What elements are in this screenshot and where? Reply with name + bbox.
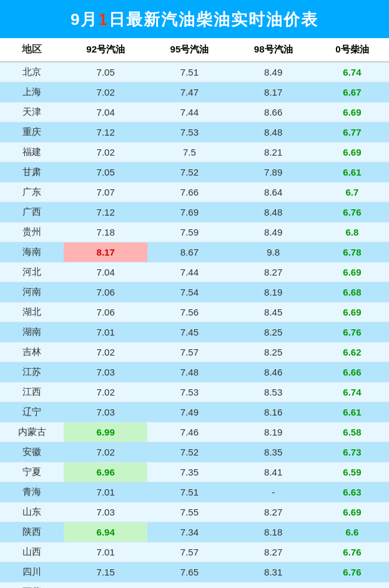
- cell-g98: 8.41: [232, 462, 315, 482]
- cell-g92: 7.02: [64, 142, 147, 162]
- cell-g92: 7.12: [64, 202, 147, 222]
- cell-g98: -: [232, 582, 315, 589]
- cell-g95: 7.53: [147, 382, 231, 402]
- cell-g98: 8.31: [232, 562, 315, 582]
- cell-region: 四川: [0, 562, 64, 582]
- cell-region: 安徽: [0, 442, 64, 462]
- table-row: 河南7.067.548.196.68: [0, 282, 389, 302]
- cell-region: 河北: [0, 262, 64, 282]
- cell-region: 天津: [0, 102, 64, 122]
- table-row: 四川7.157.658.316.76: [0, 562, 389, 582]
- cell-region: 湖南: [0, 322, 64, 342]
- header-col-2: 95号汽油: [147, 38, 231, 62]
- table-row: 甘肃7.057.527.896.61: [0, 162, 389, 182]
- cell-region: 山西: [0, 542, 64, 562]
- cell-g98: 8.49: [232, 62, 315, 82]
- cell-g95: 7.51: [147, 482, 231, 502]
- cell-region: 江苏: [0, 362, 64, 382]
- cell-g95: 8.67: [147, 242, 231, 262]
- cell-d0: 6.77: [315, 122, 389, 142]
- table-row: 湖南7.017.458.256.76: [0, 322, 389, 342]
- main-container: 9月1日最新汽油柴油实时油价表 地区92号汽油95号汽油98号汽油0号柴油 北京…: [0, 0, 389, 588]
- cell-d0: 6.76: [315, 322, 389, 342]
- table-row: 江苏7.037.488.466.66: [0, 362, 389, 382]
- cell-g95: 7.66: [147, 182, 231, 202]
- cell-region: 陕西: [0, 522, 64, 542]
- cell-region: 甘肃: [0, 162, 64, 182]
- cell-g92: 7.07: [64, 182, 147, 202]
- cell-g95: 7.35: [147, 462, 231, 482]
- table-row: 上海7.027.478.176.67: [0, 82, 389, 102]
- table-row: 吉林7.027.578.256.62: [0, 342, 389, 362]
- cell-d0: 6.61: [315, 402, 389, 422]
- cell-g98: 8.48: [232, 202, 315, 222]
- cell-g98: 7.89: [232, 162, 315, 182]
- cell-d0: 6.59: [315, 462, 389, 482]
- cell-region: 重庆: [0, 122, 64, 142]
- cell-g98: 8.27: [232, 502, 315, 522]
- table-row: 广东7.077.668.646.7: [0, 182, 389, 202]
- cell-g98: 8.18: [232, 522, 315, 542]
- cell-g92: 6.94: [64, 522, 147, 542]
- cell-g95: 7.45: [147, 322, 231, 342]
- cell-g92: 7.02: [64, 82, 147, 102]
- cell-g92: 7.05: [64, 162, 147, 182]
- cell-g92: 7.12: [64, 122, 147, 142]
- table-header-row: 地区92号汽油95号汽油98号汽油0号柴油: [0, 38, 389, 62]
- cell-g95: 7.55: [147, 502, 231, 522]
- cell-g95: 7.54: [147, 282, 231, 302]
- cell-region: 吉林: [0, 342, 64, 362]
- cell-d0: 6.6: [315, 522, 389, 542]
- cell-d0: 6.76: [315, 562, 389, 582]
- cell-g92: 7.04: [64, 262, 147, 282]
- cell-d0: 6.73: [315, 442, 389, 462]
- cell-g98: 8.46: [232, 362, 315, 382]
- cell-region: 辽宁: [0, 402, 64, 422]
- cell-g92: 6.99: [64, 422, 147, 442]
- cell-d0: 6.69: [315, 142, 389, 162]
- table-row: 宁夏6.967.358.416.59: [0, 462, 389, 482]
- cell-region: 宁夏: [0, 462, 64, 482]
- cell-g92: 7.02: [64, 382, 147, 402]
- cell-region: 山东: [0, 502, 64, 522]
- cell-region: 海南: [0, 242, 64, 262]
- cell-g95: 7.53: [147, 122, 231, 142]
- cell-d0: 6.66: [315, 362, 389, 382]
- cell-g95: 7.52: [147, 442, 231, 462]
- header-col-1: 92号汽油: [64, 38, 147, 62]
- table-row: 重庆7.127.538.486.77: [0, 122, 389, 142]
- cell-d0: 6.76: [315, 202, 389, 222]
- table-row: 河北7.047.448.276.69: [0, 262, 389, 282]
- cell-g92: 7.02: [64, 342, 147, 362]
- cell-g92: 7.04: [64, 102, 147, 122]
- cell-d0: 6.69: [315, 302, 389, 322]
- title-text: 9月1日最新汽油柴油实时油价表: [71, 10, 318, 29]
- table-row: 内蒙古6.997.468.196.58: [0, 422, 389, 442]
- table-row: 青海7.017.51-6.63: [0, 482, 389, 502]
- cell-region: 贵州: [0, 222, 64, 242]
- cell-g92: 7.03: [64, 402, 147, 422]
- table-row: 北京7.057.518.496.74: [0, 62, 389, 82]
- table-row: 海南8.178.679.86.78: [0, 242, 389, 262]
- cell-region: 广西: [0, 202, 64, 222]
- cell-g98: 8.16: [232, 402, 315, 422]
- cell-g98: 8.19: [232, 282, 315, 302]
- cell-g98: 8.25: [232, 322, 315, 342]
- table-row: 湖北7.067.568.456.69: [0, 302, 389, 322]
- cell-g95: 7.65: [147, 562, 231, 582]
- title-bar: 9月1日最新汽油柴油实时油价表: [0, 0, 389, 38]
- cell-d0: 6.78: [315, 242, 389, 262]
- cell-g95: 7.59: [147, 222, 231, 242]
- cell-g98: 8.27: [232, 542, 315, 562]
- cell-g98: 8.17: [232, 82, 315, 102]
- cell-d0: 6.61: [315, 162, 389, 182]
- cell-g95: 7.56: [147, 302, 231, 322]
- cell-region: 广东: [0, 182, 64, 202]
- table-row: 山西7.017.578.276.76: [0, 542, 389, 562]
- table-row: 贵州7.187.598.496.8: [0, 222, 389, 242]
- cell-d0: 6.69: [315, 502, 389, 522]
- cell-d0: 6.58: [315, 422, 389, 442]
- cell-g98: 8.45: [232, 302, 315, 322]
- cell-g98: 8.49: [232, 222, 315, 242]
- cell-g92: 7.03: [64, 362, 147, 382]
